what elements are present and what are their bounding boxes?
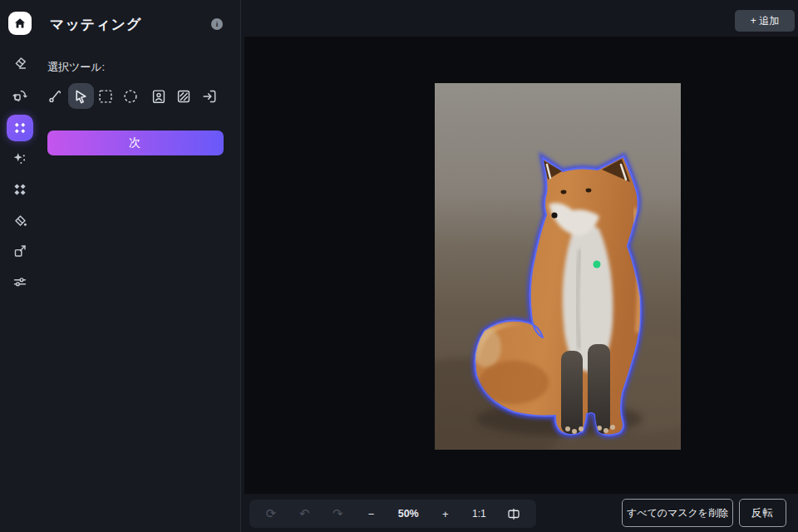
add-button[interactable]: + 追加	[735, 10, 795, 32]
hatch-select-icon[interactable]	[174, 86, 194, 106]
home-button[interactable]	[8, 12, 32, 35]
magic-wand-icon[interactable]	[10, 149, 30, 169]
page-title: マッティング	[50, 15, 141, 34]
extract-tool-icon[interactable]	[200, 86, 219, 106]
color-fill-icon[interactable]	[10, 210, 30, 230]
zoom-level: 50%	[398, 508, 419, 520]
adjustments-icon[interactable]	[10, 272, 30, 292]
brush-tool-icon[interactable]	[45, 86, 65, 106]
replace-icon[interactable]	[10, 86, 30, 106]
info-icon[interactable]: i	[211, 18, 223, 30]
reset-view-icon[interactable]: ⟳	[264, 506, 278, 521]
mask-point-marker	[594, 261, 601, 268]
cursor-tool-icon[interactable]	[71, 86, 91, 106]
next-button[interactable]: 次	[47, 131, 224, 155]
undo-icon[interactable]: ↶	[298, 506, 311, 521]
rect-marquee-icon[interactable]	[96, 86, 116, 106]
main-area: + 追加	[241, 0, 798, 532]
delete-all-masks-button[interactable]: すべてのマスクを削除	[622, 499, 733, 527]
canvas-toolbar: ⟳ ↶ ↷ − 50% + 1:1	[249, 500, 536, 528]
fit-width-icon[interactable]	[506, 506, 521, 521]
actual-size-button[interactable]: 1:1	[472, 508, 486, 520]
selection-tools-label: 選択ツール:	[47, 60, 105, 75]
matting-icon[interactable]	[7, 115, 33, 141]
ellipse-marquee-icon[interactable]	[121, 86, 140, 106]
home-icon	[13, 17, 27, 30]
redo-icon[interactable]: ↷	[331, 506, 344, 521]
zoom-out-icon[interactable]: −	[365, 508, 378, 520]
zoom-in-icon[interactable]: +	[439, 508, 452, 520]
invert-button[interactable]: 反転	[739, 499, 786, 527]
resize-icon[interactable]	[10, 241, 30, 261]
transform-icon[interactable]	[10, 180, 30, 200]
sidebar: マッティング i 選択ツール:	[0, 0, 241, 532]
background-eraser-icon[interactable]	[10, 52, 30, 72]
portrait-select-icon[interactable]	[149, 86, 169, 106]
app-window: マッティング i 選択ツール:	[0, 0, 798, 532]
fox-image[interactable]	[435, 83, 681, 450]
